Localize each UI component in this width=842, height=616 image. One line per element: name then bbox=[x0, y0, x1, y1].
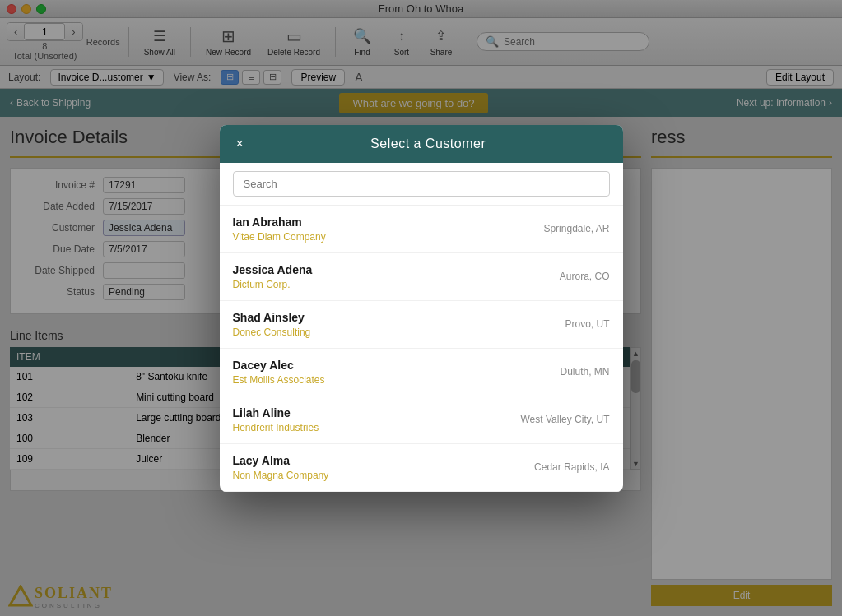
customer-company: Vitae Diam Company bbox=[233, 231, 326, 243]
customer-company: Est Mollis Associates bbox=[233, 374, 325, 386]
customer-name: Shad Ainsley bbox=[233, 311, 311, 324]
customer-item[interactable]: Lacy Alma Non Magna Company Cedar Rapids… bbox=[220, 444, 623, 492]
customer-company: Hendrerit Industries bbox=[233, 422, 319, 433]
customer-left: Jessica Adena Dictum Corp. bbox=[233, 263, 313, 290]
customer-company: Donec Consulting bbox=[233, 327, 311, 338]
customer-location: Aurora, CO bbox=[560, 271, 610, 282]
modal-title: Select a Customer bbox=[247, 137, 610, 151]
customer-name: Lacy Alma bbox=[233, 454, 329, 467]
customer-name: Jessica Adena bbox=[233, 263, 313, 276]
customer-location: Cedar Rapids, IA bbox=[534, 461, 609, 473]
customer-item[interactable]: Ian Abraham Vitae Diam Company Springdal… bbox=[220, 206, 623, 253]
customer-item[interactable]: Jessica Adena Dictum Corp. Aurora, CO bbox=[220, 253, 623, 301]
customer-company: Dictum Corp. bbox=[233, 279, 313, 290]
customer-left: Ian Abraham Vitae Diam Company bbox=[233, 215, 326, 243]
modal-close-button[interactable]: × bbox=[233, 137, 247, 151]
customer-location: Springdale, AR bbox=[543, 223, 609, 234]
customer-item[interactable]: Dacey Alec Est Mollis Associates Duluth,… bbox=[220, 349, 623, 396]
modal-search-input[interactable] bbox=[233, 171, 610, 197]
customer-left: Lilah Aline Hendrerit Industries bbox=[233, 406, 319, 433]
customer-location: Provo, UT bbox=[565, 318, 609, 330]
customer-item[interactable]: Lilah Aline Hendrerit Industries West Va… bbox=[220, 396, 623, 444]
customer-left: Lacy Alma Non Magna Company bbox=[233, 454, 329, 481]
customer-company: Non Magna Company bbox=[233, 470, 329, 481]
modal-header: × Select a Customer bbox=[220, 125, 623, 163]
customer-location: West Valley City, UT bbox=[520, 414, 609, 425]
customer-location: Duluth, MN bbox=[560, 366, 609, 377]
customer-name: Dacey Alec bbox=[233, 359, 325, 372]
customer-name: Ian Abraham bbox=[233, 215, 326, 229]
modal-search-area bbox=[220, 163, 623, 206]
modal-overlay: × Select a Customer Ian Abraham Vitae Di… bbox=[0, 0, 842, 616]
customer-select-modal: × Select a Customer Ian Abraham Vitae Di… bbox=[220, 125, 623, 492]
customer-list: Ian Abraham Vitae Diam Company Springdal… bbox=[220, 206, 623, 492]
customer-left: Shad Ainsley Donec Consulting bbox=[233, 311, 311, 338]
customer-name: Lilah Aline bbox=[233, 406, 319, 419]
customer-item[interactable]: Shad Ainsley Donec Consulting Provo, UT bbox=[220, 301, 623, 349]
customer-left: Dacey Alec Est Mollis Associates bbox=[233, 359, 325, 386]
